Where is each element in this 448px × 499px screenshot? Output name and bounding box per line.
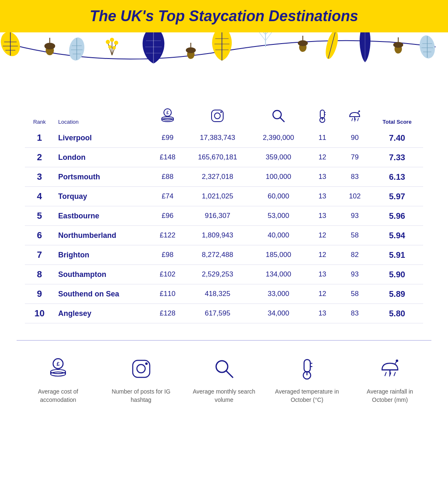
svg-point-64 <box>273 110 281 119</box>
svg-point-86 <box>145 362 148 365</box>
svg-point-26 <box>186 47 196 53</box>
legend-item-rain: Average rainfall in October (mm) <box>357 357 423 404</box>
legend-item-temp: Averaged temperature in October (°C) <box>274 357 340 404</box>
ig-cell: 418,325 <box>184 284 251 304</box>
ig-cell: 617,595 <box>184 304 251 323</box>
garland-svg <box>0 32 448 101</box>
svg-line-33 <box>257 32 265 34</box>
table-row: 4 Torquay £74 1,021,025 60,000 13 102 5.… <box>25 187 423 206</box>
temperature-header-icon <box>310 108 334 123</box>
table-row: 5 Eastbourne £96 916,307 53,000 13 93 5.… <box>25 206 423 226</box>
svg-line-13 <box>108 43 112 55</box>
svg-point-44 <box>323 32 340 60</box>
rain-cell: 58 <box>338 284 371 304</box>
rank-cell: 10 <box>25 304 54 323</box>
ig-cell: 8,272,488 <box>184 245 251 265</box>
svg-point-0 <box>0 32 23 59</box>
temp-cell: 13 <box>306 265 338 284</box>
legend-search-label: Average monthly search volume <box>191 388 257 404</box>
legend-ig-label: Number of posts for IG hashtag <box>108 388 174 404</box>
svg-point-20 <box>112 46 116 49</box>
main-content: Rank Location £ <box>0 101 448 332</box>
legend-temp-label: Averaged temperature in October (°C) <box>274 388 340 404</box>
cost-cell: £148 <box>151 148 185 167</box>
svg-point-62 <box>214 113 220 119</box>
temp-cell: 13 <box>306 187 338 206</box>
svg-point-97 <box>396 360 398 362</box>
cost-cell: £74 <box>151 187 185 206</box>
svg-point-74 <box>358 110 360 112</box>
cost-cell: £110 <box>151 284 185 304</box>
legend-rain-label: Average rainfall in October (mm) <box>357 388 423 404</box>
legend-divider <box>17 340 431 341</box>
svg-point-87 <box>216 361 228 372</box>
legend-item-cost: £ Average cost of accomodation <box>25 357 91 404</box>
score-cell: 5.96 <box>371 206 423 226</box>
score-cell: 7.33 <box>371 148 423 167</box>
temp-cell: 12 <box>306 148 338 167</box>
ig-cell: 2,327,018 <box>184 167 251 187</box>
svg-line-77 <box>352 118 353 121</box>
search-cell: 359,000 <box>251 148 306 167</box>
search-cell: 2,390,000 <box>251 128 306 148</box>
ig-cell: 165,670,181 <box>184 148 251 167</box>
rain-cell: 90 <box>338 128 371 148</box>
location-cell: London <box>54 148 151 167</box>
table-row: 9 Southend on Sea £110 418,325 33,000 12… <box>25 284 423 304</box>
decoration-area <box>0 32 448 101</box>
rank-cell: 1 <box>25 128 54 148</box>
rank-cell: 4 <box>25 187 54 206</box>
score-cell: 6.13 <box>371 167 423 187</box>
svg-line-75 <box>358 118 358 121</box>
location-cell: Torquay <box>54 187 151 206</box>
search-cell: 60,000 <box>251 187 306 206</box>
cost-cell: £99 <box>151 128 185 148</box>
temp-cell: 12 <box>306 245 338 265</box>
score-cell: 5.89 <box>371 284 423 304</box>
cost-cell: £88 <box>151 167 185 187</box>
table-row: 7 Brighton £98 8,272,488 185,000 12 82 5… <box>25 245 423 265</box>
search-cell: 134,000 <box>251 265 306 284</box>
svg-text:£: £ <box>56 361 60 367</box>
rank-cell: 8 <box>25 265 54 284</box>
rain-cell: 83 <box>338 167 371 187</box>
legend-cost-label: Average cost of accomodation <box>25 388 91 404</box>
score-cell: 5.90 <box>371 265 423 284</box>
rain-header-icon <box>343 108 367 123</box>
ig-cell: 916,307 <box>184 206 251 226</box>
legend-cost-icon: £ <box>47 357 70 384</box>
col-header-search <box>251 105 306 128</box>
rain-cell: 102 <box>338 187 371 206</box>
score-cell: 5.80 <box>371 304 423 323</box>
legend-item-search: Average monthly search volume <box>191 357 257 404</box>
table-row: 6 Northumberland £122 1,809,943 40,000 1… <box>25 226 423 245</box>
svg-point-48 <box>393 42 403 48</box>
table-row: 8 Southampton £102 2,529,253 134,000 13 … <box>25 265 423 284</box>
location-cell: Southend on Sea <box>54 284 151 304</box>
svg-point-17 <box>114 41 118 45</box>
cost-cell: £98 <box>151 245 185 265</box>
location-cell: Southampton <box>54 265 151 284</box>
page-title: The UK's Top Staycation Destinations <box>17 7 431 25</box>
search-cell: 40,000 <box>251 226 306 245</box>
legend-rain-icon <box>379 357 402 384</box>
svg-point-18 <box>110 38 114 42</box>
svg-rect-89 <box>304 360 310 372</box>
temp-cell: 11 <box>306 128 338 148</box>
location-cell: Northumberland <box>54 226 151 245</box>
svg-line-34 <box>265 32 274 34</box>
rain-cell: 83 <box>338 304 371 323</box>
cost-cell: £102 <box>151 265 185 284</box>
rank-cell: 5 <box>25 206 54 226</box>
svg-point-16 <box>106 40 110 44</box>
location-cell: Anglesey <box>54 304 151 323</box>
ig-cell: 1,021,025 <box>184 187 251 206</box>
temp-cell: 13 <box>306 206 338 226</box>
cost-cell: £128 <box>151 304 185 323</box>
svg-point-19 <box>108 45 112 49</box>
location-cell: Eastbourne <box>54 206 151 226</box>
col-header-score: Total Score <box>371 105 423 128</box>
table-row: 3 Portsmouth £88 2,327,018 100,000 13 83… <box>25 167 423 187</box>
col-header-ig <box>184 105 251 128</box>
svg-point-63 <box>220 111 222 113</box>
